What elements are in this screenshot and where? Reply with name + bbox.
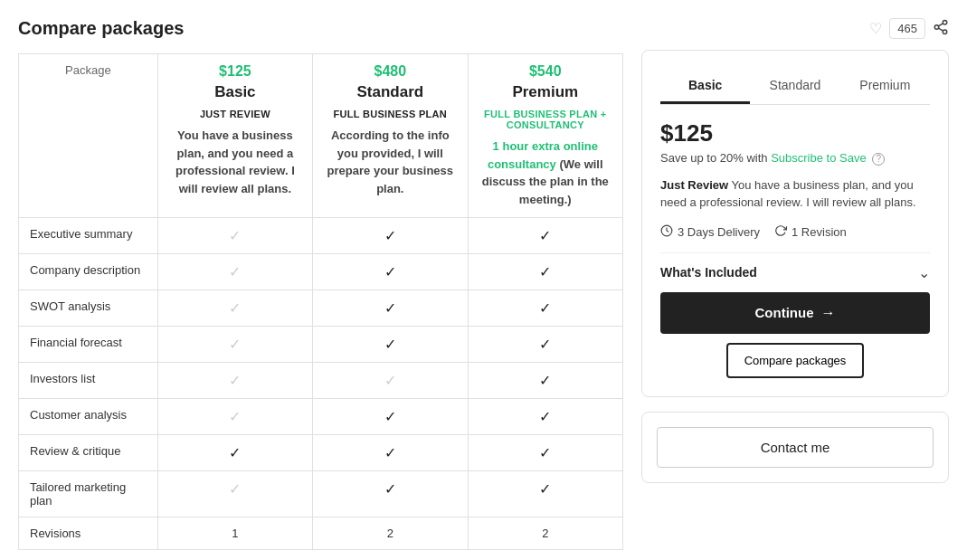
like-count-badge: 465 <box>889 18 925 39</box>
page-title: Compare packages <box>18 18 623 39</box>
feature-premium-check: ✓ <box>468 435 622 471</box>
feature-name: Customer analysis <box>19 399 158 435</box>
feature-basic-dim: ✓ <box>157 218 312 254</box>
feature-premium-check: ✓ <box>468 218 622 254</box>
top-icons-bar: ♡ 465 <box>641 18 949 39</box>
help-icon[interactable]: ? <box>872 153 885 166</box>
clock-icon <box>660 224 673 240</box>
revision-icon <box>774 224 787 240</box>
feature-premium-check: ✓ <box>468 254 622 290</box>
svg-point-0 <box>943 20 947 24</box>
arrow-right-icon: → <box>821 305 836 321</box>
col-header-standard: $480 Standard FULL BUSINESS PLAN Accordi… <box>313 54 468 218</box>
revisions-text: 1 Revision <box>792 225 847 239</box>
feature-basic-num: 1 <box>157 517 312 550</box>
standard-desc: According to the info you provided, I wi… <box>324 127 456 197</box>
compare-packages-button[interactable]: Compare packages <box>726 343 865 378</box>
table-row: Customer analysis✓✓✓ <box>19 399 623 435</box>
feature-standard-num: 2 <box>313 517 468 550</box>
feature-basic-dim: ✓ <box>157 254 312 290</box>
table-row: Financial forecast✓✓✓ <box>19 327 623 363</box>
standard-tag: FULL BUSINESS PLAN <box>324 109 456 119</box>
feature-standard-dim: ✓ <box>313 363 468 399</box>
package-panel: ♡ 465 Basic Standard Premium $125 <box>641 18 949 550</box>
feature-name: SWOT analysis <box>19 290 158 327</box>
share-icon[interactable] <box>933 19 949 39</box>
continue-label: Continue <box>755 305 814 320</box>
table-row: Review & critique✓✓✓ <box>19 435 623 471</box>
compare-table: Package $125 Basic JUST REVIEW You have … <box>18 53 623 550</box>
table-row: Company description✓✓✓ <box>19 254 623 290</box>
basic-price: $125 <box>169 63 301 80</box>
save-line: Save up to 20% with Subscribe to Save ? <box>660 151 930 166</box>
standard-price: $480 <box>324 63 456 80</box>
meta-row: 3 Days Delivery 1 Revision <box>660 224 930 240</box>
tab-standard[interactable]: Standard <box>750 69 839 104</box>
svg-line-3 <box>938 28 943 31</box>
feature-basic-dim: ✓ <box>157 363 312 399</box>
feature-standard-check: ✓ <box>313 290 468 327</box>
heart-icon[interactable]: ♡ <box>869 20 882 37</box>
table-row: Revisions122 <box>19 517 623 550</box>
feature-basic-dim: ✓ <box>157 471 312 517</box>
table-row: Executive summary✓✓✓ <box>19 218 623 254</box>
subscribe-save-link[interactable]: Subscribe to Save <box>771 151 867 165</box>
col-header-basic: $125 Basic JUST REVIEW You have a busine… <box>157 54 312 218</box>
feature-name: Executive summary <box>19 218 158 254</box>
delivery-meta: 3 Days Delivery <box>660 224 760 240</box>
feature-name: Company description <box>19 254 158 290</box>
continue-button[interactable]: Continue → <box>660 292 930 334</box>
feature-premium-check: ✓ <box>468 399 622 435</box>
feature-premium-check: ✓ <box>468 327 622 363</box>
feature-basic-dim: ✓ <box>157 399 312 435</box>
feature-name: Revisions <box>19 517 158 550</box>
feature-name: Financial forecast <box>19 327 158 363</box>
feature-standard-check: ✓ <box>313 471 468 517</box>
premium-desc: 1 hour extra online consultancy (We will… <box>479 138 611 208</box>
feature-standard-check: ✓ <box>313 254 468 290</box>
col-header-premium: $540 Premium FULL BUSINESS PLAN + CONSUL… <box>468 54 622 218</box>
basic-desc: You have a business plan, and you need a… <box>169 127 301 197</box>
col-header-package: Package <box>19 54 158 218</box>
svg-point-2 <box>943 30 947 34</box>
table-row: SWOT analysis✓✓✓ <box>19 290 623 327</box>
feature-name: Review & critique <box>19 435 158 471</box>
premium-name: Premium <box>479 83 611 101</box>
whats-included-row[interactable]: What's Included ⌄ <box>660 252 930 292</box>
chevron-down-icon: ⌄ <box>918 264 930 281</box>
panel-desc-bold: Just Review <box>660 178 728 192</box>
table-row: Investors list✓✓✓ <box>19 363 623 399</box>
feature-name: Tailored marketing plan <box>19 471 158 517</box>
feature-premium-check: ✓ <box>468 471 622 517</box>
feature-basic-dim: ✓ <box>157 327 312 363</box>
feature-basic-check: ✓ <box>157 435 312 471</box>
tab-basic[interactable]: Basic <box>660 69 750 104</box>
whats-included-label: What's Included <box>660 265 757 280</box>
feature-name: Investors list <box>19 363 158 399</box>
like-count: 465 <box>897 22 917 35</box>
feature-standard-check: ✓ <box>313 327 468 363</box>
feature-premium-num: 2 <box>468 517 622 550</box>
panel-price: $125 <box>660 119 930 147</box>
contact-button[interactable]: Contact me <box>657 427 934 468</box>
feature-basic-dim: ✓ <box>157 290 312 327</box>
package-tabs: Basic Standard Premium <box>660 69 930 105</box>
package-card: Basic Standard Premium $125 Save up to 2… <box>641 50 949 397</box>
feature-standard-check: ✓ <box>313 399 468 435</box>
feature-premium-check: ✓ <box>468 363 622 399</box>
standard-name: Standard <box>324 83 456 101</box>
revisions-meta: 1 Revision <box>774 224 847 240</box>
basic-tag: JUST REVIEW <box>169 109 301 119</box>
basic-name: Basic <box>169 83 301 101</box>
svg-line-4 <box>938 23 943 25</box>
feature-premium-check: ✓ <box>468 290 622 327</box>
panel-description: Just Review You have a business plan, an… <box>660 176 930 212</box>
tab-premium[interactable]: Premium <box>840 69 930 104</box>
feature-standard-check: ✓ <box>313 435 468 471</box>
svg-point-1 <box>934 24 939 29</box>
delivery-text: 3 Days Delivery <box>678 225 760 239</box>
premium-price: $540 <box>479 63 611 80</box>
premium-tag: FULL BUSINESS PLAN + CONSULTANCY <box>479 109 611 130</box>
contact-card: Contact me <box>641 412 949 483</box>
table-row: Tailored marketing plan✓✓✓ <box>19 471 623 517</box>
